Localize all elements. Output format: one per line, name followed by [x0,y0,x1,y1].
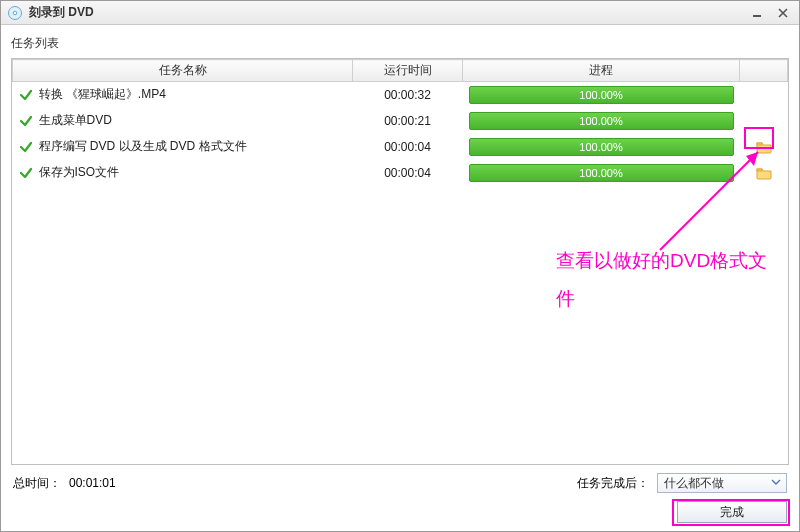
after-done-value: 什么都不做 [664,475,724,492]
app-icon [7,5,23,21]
folder-icon [756,166,772,180]
status-bar: 总时间： 00:01:01 任务完成后： 什么都不做 [11,465,789,497]
check-icon [19,88,33,102]
minimize-button[interactable] [747,5,767,21]
close-button[interactable] [773,5,793,21]
task-list-label: 任务列表 [11,33,789,58]
task-name-text: 生成菜单DVD [39,112,112,129]
open-folder-button[interactable] [754,165,774,181]
col-header-name[interactable]: 任务名称 [13,60,353,82]
progress-bar: 100.00% [469,164,734,182]
task-name-text: 程序编写 DVD 以及生成 DVD 格式文件 [39,138,247,155]
table-row: 转换 《猩球崛起》.MP400:00:32100.00% [13,82,788,108]
table-row: 保存为ISO文件00:00:04100.00% [13,160,788,186]
svg-rect-6 [757,169,762,171]
col-header-runtime[interactable]: 运行时间 [353,60,463,82]
table-header-row: 任务名称 运行时间 进程 [13,60,788,82]
task-name-text: 保存为ISO文件 [39,164,120,181]
task-name-cell: 保存为ISO文件 [19,164,347,181]
after-done-dropdown[interactable]: 什么都不做 [657,473,787,493]
progress-bar: 100.00% [469,112,734,130]
task-runtime: 00:00:04 [353,160,463,186]
svg-rect-2 [753,15,761,17]
table-row: 生成菜单DVD00:00:21100.00% [13,108,788,134]
after-done-label: 任务完成后： [577,475,649,492]
check-icon [19,166,33,180]
task-runtime: 00:00:32 [353,82,463,108]
total-time-label: 总时间： [13,475,61,492]
check-icon [19,114,33,128]
check-icon [19,140,33,154]
col-header-progress[interactable]: 进程 [463,60,740,82]
task-table: 任务名称 运行时间 进程 转换 《猩球崛起》.MP400:00:32100.00… [11,58,789,465]
folder-icon [756,140,772,154]
content-area: 任务列表 任务名称 运行时间 进程 转换 《猩球崛起》.MP400:00:321… [1,25,799,531]
task-name-cell: 转换 《猩球崛起》.MP4 [19,86,347,103]
task-name-cell: 生成菜单DVD [19,112,347,129]
table-row: 程序编写 DVD 以及生成 DVD 格式文件00:00:04100.00% [13,134,788,160]
svg-rect-5 [757,143,762,145]
task-name-cell: 程序编写 DVD 以及生成 DVD 格式文件 [19,138,347,155]
window-title: 刻录到 DVD [29,4,94,21]
complete-button[interactable]: 完成 [677,501,787,523]
open-folder-button[interactable] [754,139,774,155]
total-time-value: 00:01:01 [69,476,116,490]
task-runtime: 00:00:21 [353,108,463,134]
chevron-down-icon [768,476,784,490]
progress-bar: 100.00% [469,138,734,156]
button-row: 完成 [11,497,789,525]
task-runtime: 00:00:04 [353,134,463,160]
complete-button-label: 完成 [720,504,744,521]
titlebar: 刻录到 DVD [1,1,799,25]
task-name-text: 转换 《猩球崛起》.MP4 [39,86,166,103]
svg-point-1 [13,11,17,15]
burn-dvd-window: 刻录到 DVD 任务列表 任务名称 运行时间 进程 [0,0,800,532]
progress-bar: 100.00% [469,86,734,104]
col-header-action[interactable] [740,60,788,82]
